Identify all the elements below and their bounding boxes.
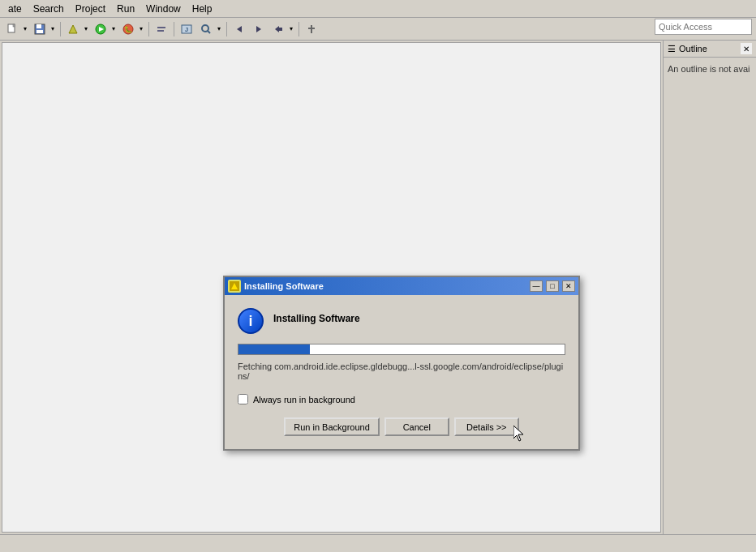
dialog-close-btn[interactable]: ✕ bbox=[562, 280, 575, 292]
dialog-minimize-btn[interactable]: — bbox=[530, 280, 543, 292]
dialog-title-icon bbox=[228, 280, 241, 293]
dialog-buttons: Run in Background Cancel Details >> bbox=[238, 417, 565, 436]
progress-status-text: Fetching com.android.ide.eclipse.gldebug… bbox=[238, 362, 565, 381]
dialog-titlebar: Installing Software — □ ✕ bbox=[225, 277, 578, 295]
dialog-header-row: i Installing Software bbox=[238, 308, 565, 334]
cancel-btn[interactable]: Cancel bbox=[384, 417, 449, 436]
dialog-info-icon: i bbox=[238, 308, 264, 334]
dialog-overlay: Installing Software — □ ✕ i Installing S… bbox=[0, 0, 756, 552]
run-in-background-btn[interactable]: Run in Background bbox=[284, 417, 380, 436]
always-run-checkbox[interactable] bbox=[238, 394, 248, 404]
dialog-title-text: Installing Software bbox=[244, 281, 526, 291]
always-run-label[interactable]: Always run in background bbox=[253, 395, 355, 404]
installing-software-dialog: Installing Software — □ ✕ i Installing S… bbox=[223, 276, 580, 451]
dialog-maximize-btn[interactable]: □ bbox=[546, 280, 559, 292]
dialog-header-text: Installing Software bbox=[273, 308, 360, 324]
checkbox-row: Always run in background bbox=[238, 394, 565, 404]
progress-bar-fill bbox=[238, 344, 310, 354]
progress-bar-container bbox=[238, 344, 565, 355]
dialog-body: i Installing Software Fetching com.andro… bbox=[225, 295, 578, 449]
details-btn[interactable]: Details >> bbox=[454, 417, 519, 436]
